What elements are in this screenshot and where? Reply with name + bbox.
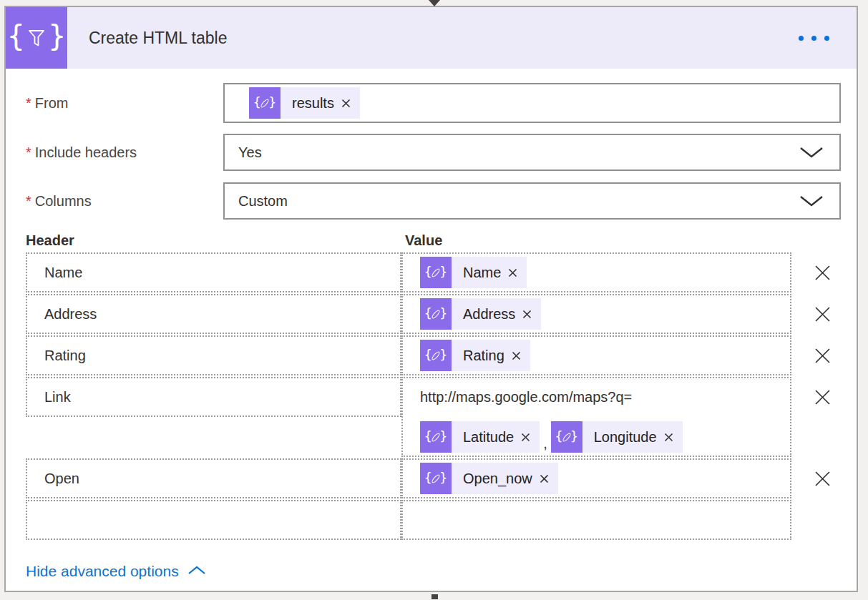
dynamic-content-icon: {}	[420, 463, 452, 494]
more-options-button[interactable]	[790, 27, 838, 49]
required-asterisk: *	[26, 193, 31, 209]
value-text: ,	[543, 434, 547, 453]
remove-token-icon[interactable]	[508, 268, 517, 277]
table-rows: Name {} Name Address {} Address	[26, 252, 841, 540]
from-label: *From	[26, 95, 223, 112]
dynamic-content-token[interactable]: {} Longitude	[551, 421, 683, 453]
delete-row-button[interactable]	[804, 263, 841, 282]
value-column-title: Value	[401, 232, 791, 249]
remove-token-icon[interactable]	[522, 310, 532, 319]
ellipsis-dot-icon	[824, 36, 829, 41]
remove-token-icon[interactable]	[664, 433, 673, 442]
value-cell-input[interactable]: {} Address	[401, 294, 791, 334]
header-cell-text: Rating	[44, 348, 86, 363]
delete-x-icon	[814, 471, 831, 487]
from-input[interactable]: {} results	[223, 83, 841, 123]
include-headers-field-row: *Include headers Yes	[26, 134, 841, 171]
remove-token-icon[interactable]	[512, 351, 521, 360]
columns-field-row: *Columns Custom	[26, 182, 841, 220]
dropdown-selected-value: Yes	[238, 144, 262, 161]
dynamic-content-icon: {}	[249, 87, 281, 119]
delete-row-button[interactable]	[804, 346, 841, 365]
dynamic-content-icon: {}	[420, 257, 452, 288]
header-cell-text: Address	[44, 306, 97, 322]
ellipsis-dot-icon	[811, 36, 816, 41]
delete-row-button[interactable]	[804, 305, 841, 324]
funnel-icon	[27, 29, 46, 48]
header-cell-input[interactable]: Rating	[26, 335, 401, 375]
token-label: Rating	[463, 348, 504, 364]
dynamic-content-icon: {}	[420, 298, 452, 330]
value-cell-input[interactable]: {} Rating	[401, 335, 791, 375]
remove-token-icon[interactable]	[341, 99, 351, 108]
dynamic-content-icon: {}	[551, 421, 582, 453]
required-asterisk: *	[26, 95, 31, 111]
table-row: Open {} Open_now	[26, 458, 841, 498]
ellipsis-dot-icon	[799, 36, 804, 41]
connector-stub-bottom-icon	[431, 594, 438, 599]
connector-arrow-top-icon	[429, 0, 440, 6]
delete-x-icon	[814, 389, 831, 405]
table-row: Name {} Name	[26, 252, 841, 292]
header-cell-input[interactable]	[26, 500, 401, 540]
dynamic-content-token[interactable]: {} results	[249, 87, 360, 119]
custom-columns-table: Header Value Name {} Name Address	[26, 232, 841, 540]
token-label: Longitude	[594, 429, 657, 446]
remove-token-icon[interactable]	[521, 433, 530, 442]
from-field-row: *From {} results	[26, 83, 841, 123]
chevron-down-icon	[799, 195, 824, 207]
columns-label: *Columns	[26, 193, 223, 210]
include-headers-dropdown[interactable]: Yes	[223, 134, 841, 171]
chevron-up-icon	[187, 566, 206, 575]
dynamic-content-token[interactable]: {} Open_now	[420, 463, 558, 494]
delete-row-button[interactable]	[804, 388, 841, 407]
delete-row-button[interactable]	[804, 469, 841, 488]
header-cell-input[interactable]: Open	[26, 458, 401, 498]
delete-x-icon	[814, 306, 831, 323]
header-cell-input[interactable]: Link	[26, 377, 401, 417]
delete-x-icon	[814, 265, 831, 281]
remove-token-icon[interactable]	[540, 474, 549, 483]
action-card-body: *From {} results *Includ	[6, 83, 857, 580]
dropdown-selected-value: Custom	[238, 193, 288, 210]
table-row: Link http://maps.google.com/maps?q= {} L…	[26, 377, 841, 457]
table-row: Address {} Address	[26, 294, 841, 334]
data-operation-icon: { }	[6, 7, 67, 69]
chevron-down-icon	[799, 147, 824, 159]
dynamic-content-token[interactable]: {} Address	[420, 298, 541, 330]
create-html-table-action-card: { } Create HTML table *From	[4, 6, 858, 592]
action-title: Create HTML table	[89, 29, 227, 48]
dynamic-content-token[interactable]: {} Rating	[420, 340, 530, 371]
value-cell-input[interactable]: http://maps.google.com/maps?q= {} Latitu…	[401, 377, 791, 457]
header-cell-text: Name	[44, 265, 82, 280]
table-column-headers: Header Value	[26, 232, 841, 249]
header-cell-input[interactable]: Address	[26, 294, 401, 334]
header-column-title: Header	[26, 232, 401, 249]
value-cell-input[interactable]	[401, 500, 791, 540]
header-cell-text: Link	[44, 389, 71, 405]
token-label: Name	[463, 265, 501, 281]
value-cell-input[interactable]: {} Name	[401, 252, 791, 292]
action-card-header[interactable]: { } Create HTML table	[6, 7, 857, 69]
required-asterisk: *	[26, 144, 31, 160]
token-label: Open_now	[463, 471, 532, 487]
token-label: Address	[463, 306, 515, 323]
flow-canvas: { } Create HTML table *From	[0, 0, 868, 600]
columns-dropdown[interactable]: Custom	[223, 182, 841, 220]
header-cell-text: Open	[44, 471, 79, 486]
dynamic-content-icon: {}	[420, 340, 452, 371]
header-cell-input[interactable]: Name	[26, 252, 401, 292]
hide-advanced-options-link[interactable]: Hide advanced options	[26, 563, 206, 580]
table-row: Rating {} Rating	[26, 335, 841, 375]
table-row	[26, 500, 841, 540]
delete-x-icon	[814, 348, 831, 364]
token-label: results	[292, 95, 334, 112]
dynamic-content-icon: {}	[420, 421, 452, 453]
dynamic-content-token[interactable]: {} Name	[420, 257, 527, 288]
dynamic-content-token[interactable]: {} Latitude	[420, 421, 540, 453]
include-headers-label: *Include headers	[26, 144, 223, 161]
token-label: Latitude	[463, 429, 514, 446]
value-cell-input[interactable]: {} Open_now	[401, 458, 791, 498]
value-text: http://maps.google.com/maps?q=	[420, 381, 632, 413]
